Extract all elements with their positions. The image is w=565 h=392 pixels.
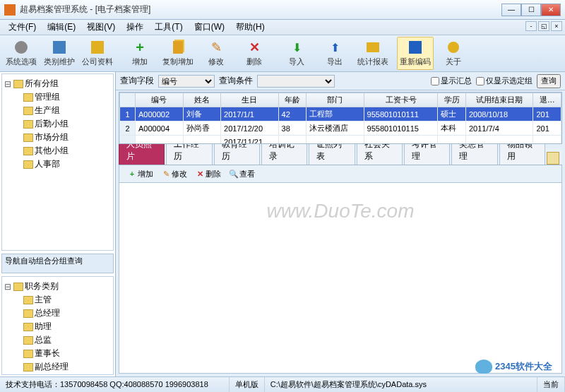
del-icon: ✕	[246, 40, 262, 55]
toolbtn-edit[interactable]: ✎修改	[198, 37, 234, 70]
mdi-minimize[interactable]: -	[525, 21, 537, 31]
brand-logo: 2345软件大全	[475, 360, 552, 374]
col-header[interactable]: 工资卡号	[364, 93, 438, 107]
query-cond-select[interactable]	[257, 75, 335, 88]
folder-icon	[23, 107, 33, 115]
tree-item[interactable]: 生产组	[4, 104, 112, 117]
toolbtn-re[interactable]: 重新编码	[397, 37, 434, 70]
tree-item[interactable]: 其他小组	[4, 144, 112, 158]
folder-icon	[13, 80, 23, 88]
col-header[interactable]: 生日	[221, 93, 279, 107]
menu-operate[interactable]: 操作	[121, 20, 149, 35]
sub-add-button[interactable]: +增加	[125, 168, 156, 180]
about-icon	[446, 40, 461, 55]
folder-icon	[23, 350, 33, 358]
folder-icon	[13, 283, 23, 291]
col-header[interactable]: 编号	[136, 93, 184, 107]
folder-icon	[23, 147, 33, 155]
folder-icon	[23, 133, 33, 142]
sidebar: ⊟所有分组管理组生产组后勤小组市场分组其他小组人事部 导航自动组合分组查询 ⊟职…	[0, 72, 116, 376]
maximize-button[interactable]: ☐	[521, 4, 541, 16]
out-icon: ⬆	[327, 40, 343, 55]
detail-tabs: 人员照片工作经历教育经历培训记录证照列表社会关系考评管理奖惩管理物品领用	[119, 148, 562, 165]
menu-view[interactable]: 视图(V)	[81, 20, 121, 35]
folder-icon	[23, 363, 33, 372]
tree-item[interactable]: 总经理	[4, 307, 112, 320]
mdi-close[interactable]: ×	[551, 21, 562, 31]
gear-icon	[13, 40, 29, 55]
menu-file[interactable]: 文件(F)	[3, 20, 42, 35]
tree-item[interactable]: 管理组	[4, 90, 112, 104]
query-field-select[interactable]: 编号	[158, 75, 215, 88]
tree-item[interactable]: 总监	[4, 333, 112, 347]
col-header[interactable]: 退…	[533, 93, 561, 107]
mdi-restore[interactable]: ◱	[538, 21, 549, 31]
tree-item[interactable]: 董事长	[4, 347, 112, 360]
menu-window[interactable]: 窗口(W)	[189, 20, 230, 35]
toolbtn-co[interactable]: 公司资料	[79, 37, 116, 70]
tree-item[interactable]: 助理	[4, 320, 112, 333]
toolbtn-about[interactable]: 关于	[435, 37, 472, 70]
table-row[interactable]: 2A000004孙尚香2017/12/2038沐云楼酒店955801010115…	[120, 121, 561, 136]
sub-edit-button[interactable]: ✎修改	[159, 168, 190, 180]
minimize-button[interactable]: —	[501, 4, 521, 16]
menu-help[interactable]: 帮助(H)	[230, 20, 270, 35]
col-header[interactable]: 年龄	[278, 93, 306, 107]
tree-item[interactable]: 部门经理	[4, 374, 112, 375]
tree-job-category[interactable]: ⊟职务类别主管总经理助理总监董事长副总经理部门经理	[1, 276, 114, 375]
re-icon	[408, 40, 423, 55]
toolbtn-add[interactable]: +增加	[121, 37, 158, 70]
main-toolbar: 系统选项类别维护公司资料+增加复制增加✎修改✕删除⬇导入⬆导出统计报表重新编码关…	[0, 35, 565, 72]
toolbtn-stat[interactable]: 统计报表	[355, 37, 391, 70]
col-header[interactable]: 姓名	[183, 93, 220, 107]
query-cond-label: 查询条件	[219, 75, 253, 87]
tree-item[interactable]: 副总经理	[4, 360, 112, 374]
folder-icon	[23, 323, 33, 331]
cat-icon	[52, 40, 67, 55]
status-tech: 技术支持电话：13570098458 QQ:408088570 19969038…	[0, 377, 230, 392]
tree-item[interactable]: 后勤小组	[4, 117, 112, 131]
content-area: 查询字段 编号 查询条件 显示汇总 仅显示选定组 查询 编号姓名生日年龄部门工资…	[116, 72, 565, 376]
status-path: C:\超易软件\超易档案管理系统\cyDAData.sys	[265, 377, 537, 392]
col-header[interactable]: 试用结束日期	[465, 93, 533, 107]
tree-item[interactable]: 主管	[4, 293, 112, 307]
sub-toolbar: +增加 ✎修改 ✕删除 🔍查看	[119, 165, 562, 182]
toolbtn-in[interactable]: ⬇导入	[278, 37, 315, 70]
toolbtn-del[interactable]: ✕删除	[236, 37, 273, 70]
toolbtn-cat[interactable]: 类别维护	[41, 37, 78, 70]
table-row[interactable]: 1A000002刘备2017/1/142工程部955801010111硕士200…	[120, 107, 561, 121]
tree-root[interactable]: ⊟职务类别	[4, 280, 112, 293]
chk-summary[interactable]: 显示汇总	[431, 76, 472, 86]
tree-item[interactable]: 人事部	[4, 158, 112, 171]
data-grid[interactable]: 编号姓名生日年龄部门工资卡号学历试用结束日期退…1A000002刘备2017/1…	[119, 92, 562, 144]
menu-tools[interactable]: 工具(T)	[149, 20, 188, 35]
sub-delete-button[interactable]: ✕删除	[193, 168, 224, 180]
titlebar: 超易档案管理系统 - [电子档案管理] — ☐ ✕	[0, 0, 565, 20]
toolbtn-out[interactable]: ⬆导出	[316, 37, 353, 70]
tree-groups[interactable]: ⊟所有分组管理组生产组后勤小组市场分组其他小组人事部	[1, 73, 114, 251]
mdi-controls: - ◱ ×	[525, 21, 562, 31]
copy-icon	[170, 40, 186, 55]
folder-icon	[23, 336, 33, 345]
app-icon	[4, 4, 16, 16]
col-header[interactable]: 学历	[438, 93, 465, 107]
query-field-label: 查询字段	[120, 75, 154, 87]
query-button[interactable]: 查询	[537, 74, 561, 88]
tab-tool-icon[interactable]	[547, 152, 559, 165]
menu-edit[interactable]: 编辑(E)	[42, 20, 81, 35]
edit-icon: ✎	[208, 40, 224, 55]
col-header[interactable]: 部门	[307, 93, 364, 107]
mascot-icon	[475, 360, 492, 374]
close-button[interactable]: ✕	[541, 4, 561, 16]
toolbtn-copy[interactable]: 复制增加	[160, 37, 196, 70]
tree-root[interactable]: ⊟所有分组	[4, 77, 112, 90]
folder-icon	[23, 93, 33, 102]
folder-icon	[23, 296, 33, 304]
x-icon: ✕	[196, 170, 204, 178]
toolbtn-gear[interactable]: 系统选项	[3, 37, 40, 70]
sub-view-button[interactable]: 🔍查看	[227, 168, 258, 180]
tree-item[interactable]: 市场分组	[4, 131, 112, 144]
window-controls: — ☐ ✕	[501, 4, 561, 16]
table-row[interactable]: 2017/11/21	[120, 136, 561, 145]
chk-selected-only[interactable]: 仅显示选定组	[476, 76, 533, 86]
